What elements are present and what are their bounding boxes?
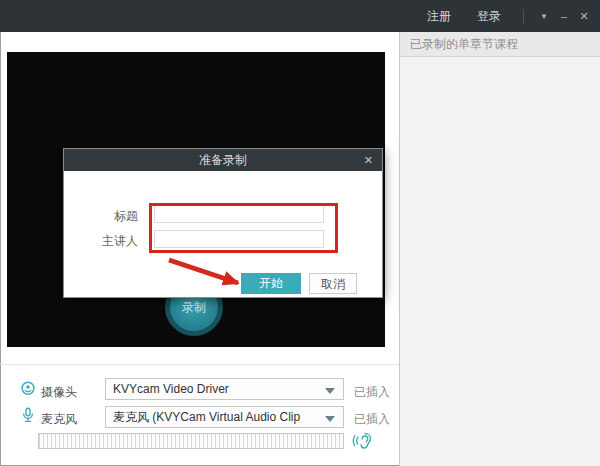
close-icon[interactable]: ✕ bbox=[574, 10, 594, 23]
chevron-down-icon bbox=[325, 416, 335, 422]
audio-level-meter bbox=[38, 433, 344, 449]
app-window: 注册 登录 ▼ – ✕ 已录制的单章节课程 录制 摄像头 KVYcam Vide… bbox=[0, 0, 600, 466]
presenter-field[interactable] bbox=[154, 230, 324, 248]
webcam-icon bbox=[19, 380, 37, 398]
dialog-titlebar: 准备录制 ✕ bbox=[64, 149, 382, 171]
register-button[interactable]: 注册 bbox=[421, 8, 457, 25]
menu-caret-icon[interactable]: ▼ bbox=[534, 12, 554, 21]
controls-divider bbox=[0, 364, 399, 365]
titlebar: 注册 登录 ▼ – ✕ bbox=[0, 0, 600, 32]
microphone-status: 已插入 bbox=[354, 411, 390, 428]
title-field-label: 标题 bbox=[86, 208, 138, 225]
prepare-recording-dialog: 准备录制 ✕ 标题 主讲人 开始 取消 bbox=[63, 148, 383, 298]
camera-select[interactable]: KVYcam Video Driver bbox=[105, 378, 344, 400]
camera-label: 摄像头 bbox=[41, 384, 101, 401]
recorded-courses-list bbox=[400, 57, 600, 466]
title-field[interactable] bbox=[154, 205, 324, 223]
dialog-close-icon[interactable]: ✕ bbox=[364, 149, 373, 171]
microphone-icon bbox=[19, 406, 37, 424]
minimize-icon[interactable]: – bbox=[554, 10, 574, 22]
recorded-courses-header: 已录制的单章节课程 bbox=[400, 32, 600, 57]
microphone-selected-value: 麦克风 (KVYCam Virtual Audio Clip bbox=[113, 410, 300, 424]
login-button[interactable]: 登录 bbox=[471, 8, 507, 25]
listen-ear-icon[interactable] bbox=[351, 430, 374, 453]
presenter-field-label: 主讲人 bbox=[86, 233, 138, 250]
camera-status: 已插入 bbox=[354, 384, 390, 401]
titlebar-divider bbox=[523, 9, 524, 24]
microphone-select[interactable]: 麦克风 (KVYCam Virtual Audio Clip bbox=[105, 406, 344, 428]
microphone-label: 麦克风 bbox=[41, 411, 101, 428]
cancel-button[interactable]: 取消 bbox=[309, 273, 357, 294]
start-button[interactable]: 开始 bbox=[241, 273, 301, 294]
chevron-down-icon bbox=[325, 388, 335, 394]
recorded-courses-panel: 已录制的单章节课程 bbox=[399, 32, 600, 466]
dialog-title: 准备录制 bbox=[199, 153, 247, 167]
camera-selected-value: KVYcam Video Driver bbox=[113, 382, 229, 396]
